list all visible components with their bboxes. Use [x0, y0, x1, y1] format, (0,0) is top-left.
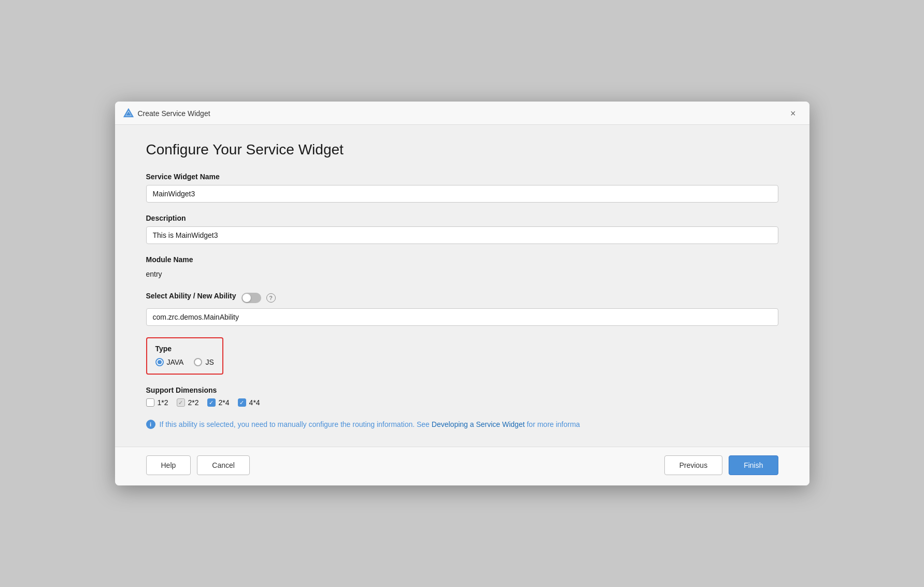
service-widget-name-group: Service Widget Name: [146, 173, 778, 203]
type-java-label: JAVA: [167, 358, 184, 366]
service-widget-name-label: Service Widget Name: [146, 173, 778, 181]
dim-2x4-option[interactable]: 2*4: [207, 398, 230, 407]
dim-2x2-checkbox[interactable]: [177, 398, 185, 407]
toggle-track: [241, 293, 261, 303]
support-dimensions-label: Support Dimensions: [146, 386, 778, 394]
type-java-option[interactable]: JAVA: [155, 358, 184, 366]
type-java-radio[interactable]: [155, 358, 164, 366]
select-ability-toggle-row: Select Ability / New Ability ?: [146, 292, 778, 304]
dialog-body: Configure Your Service Widget Service Wi…: [115, 125, 809, 447]
dim-4x4-label: 4*4: [249, 398, 260, 407]
type-radio-group: JAVA JS: [155, 358, 214, 366]
module-name-value: entry: [146, 268, 778, 280]
select-ability-input[interactable]: [146, 308, 778, 326]
dim-2x4-label: 2*4: [219, 398, 230, 407]
type-js-label: JS: [205, 358, 214, 366]
type-js-option[interactable]: JS: [194, 358, 214, 366]
info-text: If this ability is selected, you need to…: [160, 419, 580, 430]
footer-right: Previous Finish: [664, 455, 778, 475]
dialog-title-left: Create Service Widget: [123, 108, 210, 119]
dim-1x2-label: 1*2: [158, 398, 168, 407]
app-logo-icon: [123, 108, 134, 119]
footer-left: Help Cancel: [146, 455, 250, 475]
select-ability-toggle[interactable]: [241, 293, 261, 303]
dim-2x2-label: 2*2: [188, 398, 199, 407]
dim-2x4-checkbox[interactable]: [207, 398, 216, 407]
create-service-widget-dialog: Create Service Widget × Configure Your S…: [115, 102, 809, 485]
page-title: Configure Your Service Widget: [146, 141, 778, 158]
info-note: i If this ability is selected, you need …: [146, 419, 778, 430]
description-label: Description: [146, 214, 778, 222]
cancel-button[interactable]: Cancel: [197, 455, 250, 475]
select-ability-group: Select Ability / New Ability ?: [146, 292, 778, 326]
help-button[interactable]: Help: [146, 455, 191, 475]
dim-2x2-option[interactable]: 2*2: [177, 398, 199, 407]
info-icon: i: [146, 420, 155, 429]
dialog-footer: Help Cancel Previous Finish: [115, 447, 809, 485]
info-link[interactable]: Developing a Service Widget: [432, 420, 525, 428]
type-label: Type: [155, 345, 214, 353]
select-ability-label: Select Ability / New Ability: [146, 292, 236, 300]
description-group: Description: [146, 214, 778, 244]
dialog-title-text: Create Service Widget: [138, 109, 210, 118]
service-widget-name-input[interactable]: [146, 185, 778, 203]
dim-1x2-checkbox[interactable]: [146, 398, 154, 407]
toggle-thumb: [243, 294, 251, 302]
close-button[interactable]: ×: [787, 108, 799, 119]
support-dimensions-section: Support Dimensions 1*2 2*2 2*4: [146, 386, 778, 407]
module-name-group: Module Name entry: [146, 255, 778, 280]
support-dimensions-checkbox-row: 1*2 2*2 2*4 4*4: [146, 398, 778, 407]
description-input[interactable]: [146, 226, 778, 244]
dialog-titlebar: Create Service Widget ×: [115, 102, 809, 125]
info-text-before: If this ability is selected, you need to…: [160, 420, 432, 428]
type-section: Type JAVA JS: [146, 337, 223, 375]
info-text-after: for more informa: [525, 420, 580, 428]
previous-button[interactable]: Previous: [664, 455, 722, 475]
module-name-label: Module Name: [146, 255, 778, 264]
type-js-radio[interactable]: [194, 358, 202, 366]
dim-4x4-checkbox[interactable]: [238, 398, 246, 407]
dim-4x4-option[interactable]: 4*4: [238, 398, 260, 407]
finish-button[interactable]: Finish: [729, 455, 778, 475]
select-ability-help-icon[interactable]: ?: [266, 293, 276, 303]
dim-1x2-option[interactable]: 1*2: [146, 398, 168, 407]
